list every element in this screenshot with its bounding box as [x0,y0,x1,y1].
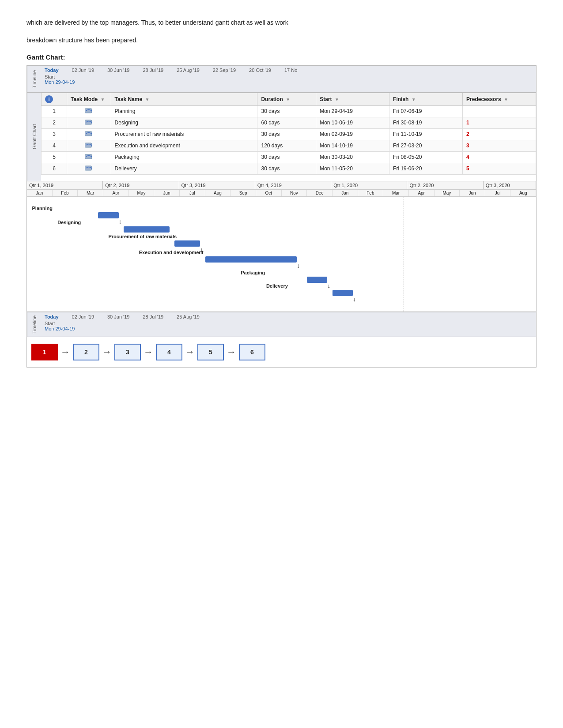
row-num: 6 [42,163,67,174]
row-duration: 30 days [257,151,316,163]
bottom-timeline-sidebar: Timeline [27,312,41,337]
node-arrow: → [102,346,112,358]
month-cell: Feb [358,190,384,196]
gantt-chart-container: Timeline Today 02 Jun '19 30 Jun '19 28 … [26,65,537,312]
th-task-name-label: Task Name [115,96,142,102]
gantt-bar-label: Designing [57,220,81,225]
task-name-sort[interactable]: ▼ [145,97,149,102]
row-duration: 30 days [257,163,316,174]
month-cell: Mar [78,190,103,196]
row-finish: Fri 07-06-19 [389,105,463,117]
th-task-mode-label: Task Mode [71,96,98,102]
bottom-today: Today [45,314,59,319]
gantt-bar [307,277,327,283]
quarter-cell: Qtr 3, 2020 [484,181,536,189]
row-task-name: Planning [111,105,257,117]
row-task-name: Designing [111,117,257,128]
row-start: Mon 14-10-19 [316,140,389,151]
row-pred: 3 [463,140,536,151]
b-date-2: 30 Jun '19 [107,314,129,319]
month-cell: May [435,190,460,196]
gantt-bar [174,240,200,247]
node-arrow: → [227,346,236,358]
row-task-name: Packaging [111,151,257,163]
row-start: Mon 10-06-19 [316,117,389,128]
month-cell: Nov [282,190,307,196]
row-start: Mon 30-03-20 [316,151,389,163]
th-pred-label: Predecessors [466,96,501,102]
month-cell: Oct [256,190,282,196]
gantt-bar [205,256,297,263]
row-task-name: Procurement of raw materials [111,128,257,140]
row-start: Mon 02-09-19 [316,128,389,140]
info-icon: i [45,95,53,103]
node-box: 1 [31,344,58,360]
duration-sort[interactable]: ▼ [286,97,290,102]
gantt-bar-label: Packaging [241,270,265,275]
svg-rect-10 [85,166,92,170]
quarter-cell: Qtr 2, 2020 [407,181,483,189]
node-arrow: → [185,346,195,358]
th-predecessors: Predecessors ▼ [463,93,536,105]
month-cell: Jun [460,190,485,196]
start-sort[interactable]: ▼ [335,97,339,102]
row-finish: Fri 19-06-20 [389,163,463,174]
gantt-chart-visual: Qtr 1, 2019Qtr 2, 2019Qtr 3, 2019Qtr 4, … [27,181,536,311]
month-header: JanFebMarAprMayJunJulAugSepOctNovDecJanF… [27,190,536,197]
start-date: Mon 29-04-19 [45,79,533,85]
month-cell: Aug [510,190,536,196]
date-4: 25 Aug '19 [177,68,200,73]
dashed-line [404,197,404,311]
quarter-header: Qtr 1, 2019Qtr 2, 2019Qtr 3, 2019Qtr 4, … [27,181,536,190]
row-num: 3 [42,128,67,140]
bottom-start-date: Mon 29-04-19 [45,326,533,331]
row-duration: 60 days [257,117,316,128]
row-pred: 4 [463,151,536,163]
table-row: 3 Procurement of raw materials 30 days M… [42,128,536,140]
node-box: 6 [239,344,265,360]
row-task-name: Execution and development [111,140,257,151]
row-task-mode [67,163,111,174]
row-task-mode [67,105,111,117]
gantt-bar-arrow: ↓ [119,218,122,225]
month-cell: Sep [230,190,256,196]
finish-sort[interactable]: ▼ [412,97,416,102]
intro-text-2: breakdown structure has been prepared. [26,35,537,45]
date-7: 17 No [284,68,297,73]
quarter-cell: Qtr 3, 2019 [179,181,255,189]
date-1: 02 Jun '19 [72,68,94,73]
row-task-mode [67,117,111,128]
b-date-3: 28 Jul '19 [143,314,163,319]
row-finish: Fri 27-03-20 [389,140,463,151]
month-cell: Aug [205,190,231,196]
task-mode-sort[interactable]: ▼ [101,97,105,102]
row-pred: 1 [463,117,536,128]
row-task-mode [67,128,111,140]
month-cell: Feb [53,190,78,196]
month-cell: Jul [180,190,205,196]
row-pred [463,105,536,117]
month-cell: Apr [103,190,129,196]
month-cell: Dec [307,190,333,196]
svg-rect-0 [85,109,92,113]
start-label: Start [45,74,55,79]
month-cell: Mar [383,190,409,196]
row-num: 4 [42,140,67,151]
intro-text-1: which are delivered by the top managers.… [26,18,537,27]
th-task-mode: Task Mode ▼ [67,93,111,105]
pred-sort[interactable]: ▼ [504,97,508,102]
bottom-start-label: Start [45,321,55,326]
row-finish: Fri 30-08-19 [389,117,463,128]
quarter-cell: Qtr 2, 2019 [103,181,179,189]
timeline-sidebar-label: Timeline [27,66,41,92]
row-task-name: Delievery [111,163,257,174]
b-date-1: 02 Jun '19 [72,314,94,319]
th-start-label: Start [320,96,332,102]
node-box: 2 [73,344,99,360]
node-box: 3 [114,344,141,360]
table-row: 5 Packaging 30 days Mon 30-03-20 Fri 08-… [42,151,536,163]
gantt-table: i Task Mode ▼ Task Name ▼ Duration ▼ [41,93,536,175]
row-task-mode [67,140,111,151]
date-5: 22 Sep '19 [213,68,236,73]
gantt-sidebar-label: Gantt Chart [27,93,41,181]
